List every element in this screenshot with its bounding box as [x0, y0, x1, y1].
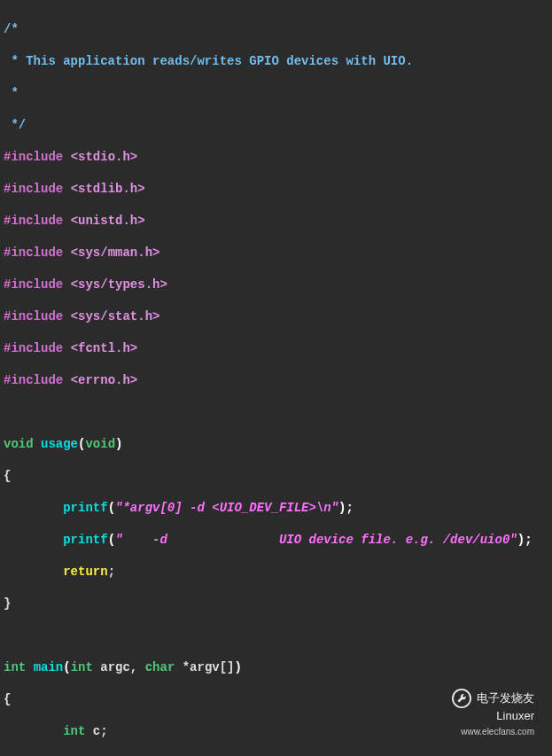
watermark-brand: 电子发烧友 — [477, 690, 534, 706]
return-keyword: return — [63, 565, 107, 579]
function-name: main — [34, 660, 64, 674]
include-path: <fcntl.h> — [71, 341, 138, 355]
wrench-icon — [452, 689, 471, 708]
brace-open: { — [4, 692, 11, 706]
param-name: argc, — [93, 660, 145, 674]
include-path: <unistd.h> — [71, 214, 145, 228]
string-literal: " -d UIO device file. e.g. /dev/uio0" — [115, 533, 517, 547]
function-name: usage — [41, 437, 78, 451]
include-kw: #include — [4, 309, 63, 323]
include-path: <errno.h> — [71, 373, 138, 387]
comment-spacer: * — [4, 86, 19, 100]
code-editor: /* * This application reads/writes GPIO … — [0, 0, 552, 756]
return-type: int — [4, 660, 26, 674]
include-kw: #include — [4, 182, 63, 196]
include-path: <sys/mman.h> — [71, 246, 160, 260]
include-path: <sys/types.h> — [71, 277, 167, 292]
param-name: *argv[] — [175, 660, 234, 674]
include-kw: #include — [4, 373, 63, 387]
var-type: int — [63, 724, 85, 738]
include-kw: #include — [4, 277, 63, 292]
param-type: void — [85, 437, 115, 451]
brace-open: { — [4, 469, 11, 483]
watermark-url: www.elecfans.com — [452, 724, 534, 740]
watermark: 电子发烧友 Linuxer www.elecfans.com — [452, 689, 534, 740]
comment-close: */ — [4, 118, 26, 132]
string-literal: "*argv[0] -d <UIO_DEV_FILE>\n" — [115, 501, 338, 515]
return-type: void — [4, 437, 34, 451]
brace-close: } — [4, 596, 11, 611]
include-kw: #include — [4, 150, 63, 164]
include-kw: #include — [4, 341, 63, 355]
comment-open: /* — [4, 22, 19, 36]
printf-call: printf — [63, 501, 107, 515]
include-kw: #include — [4, 246, 63, 260]
watermark-source: Linuxer — [496, 708, 534, 724]
comment-body: * This application reads/writes GPIO dev… — [4, 54, 413, 68]
include-kw: #include — [4, 214, 63, 228]
var-name: c; — [85, 724, 107, 738]
include-path: <stdio.h> — [71, 150, 138, 164]
param-type: int — [71, 660, 93, 674]
include-path: <sys/stat.h> — [71, 309, 160, 323]
include-path: <stdlib.h> — [71, 182, 145, 196]
printf-call: printf — [63, 533, 107, 547]
param-type: char — [145, 660, 175, 674]
